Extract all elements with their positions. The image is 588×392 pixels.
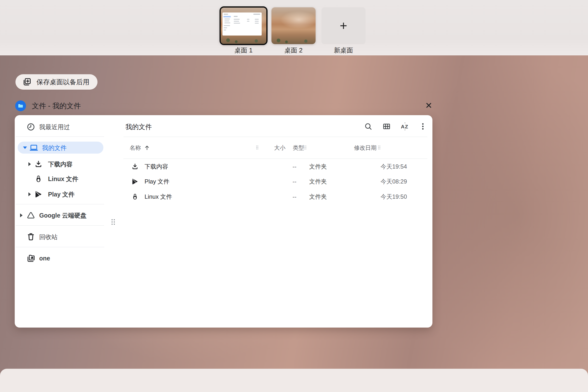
sidebar-divider — [16, 136, 104, 137]
close-icon — [425, 102, 433, 109]
desk-1-mini-window — [222, 12, 262, 36]
save-desk-button-label: 保存桌面以备后用 — [36, 78, 90, 86]
file-row-play-files[interactable]: Play 文件 -- 文件夹 今天08:29 — [124, 175, 427, 188]
file-size: -- — [272, 163, 296, 170]
sidebar-item-one[interactable]: one — [15, 252, 106, 264]
sidebar-item-label: Google 云端硬盘 — [39, 212, 86, 220]
sidebar-item-linux-files[interactable]: Linux 文件 — [15, 173, 106, 185]
column-header-name[interactable]: 名称 — [130, 144, 141, 152]
file-name: 下载内容 — [144, 163, 168, 170]
column-header-size[interactable]: 大小 — [261, 144, 286, 152]
svg-text:A: A — [401, 124, 404, 129]
file-size: -- — [272, 193, 296, 200]
trash-icon — [26, 232, 35, 241]
file-name: Play 文件 — [144, 178, 169, 186]
desk-2-wallpaper — [272, 7, 316, 44]
desk-1-thumbnail[interactable] — [220, 6, 268, 45]
files-app-icon — [15, 100, 26, 111]
sidebar-item-label: 下载内容 — [48, 160, 72, 168]
sidebar-item-label: one — [39, 255, 50, 262]
sidebar-item-label: 回收站 — [39, 233, 58, 241]
file-type: 文件夹 — [309, 193, 327, 201]
file-type: 文件夹 — [309, 178, 327, 186]
file-date: 今天19:54 — [380, 163, 407, 170]
sidebar-item-play-files[interactable]: Play 文件 — [15, 188, 106, 200]
play-icon — [131, 178, 139, 185]
caret-right-icon[interactable] — [28, 162, 31, 166]
shared-folder-icon — [26, 254, 35, 263]
desk-1-label[interactable]: 桌面 1 — [220, 46, 268, 54]
save-desk-icon — [22, 78, 32, 87]
new-desk-label[interactable]: 新桌面 — [322, 46, 366, 54]
clock-icon — [26, 122, 35, 131]
file-date: 今天19:50 — [380, 193, 407, 201]
file-row-linux-files[interactable]: Linux 文件 -- 文件夹 今天19:50 — [124, 190, 427, 203]
sidebar-resize-handle[interactable] — [111, 218, 116, 226]
sort-ascending-icon — [144, 144, 150, 151]
grid-view-button[interactable] — [381, 121, 392, 132]
caret-right-icon[interactable] — [28, 192, 31, 196]
sort-button[interactable]: A Z — [399, 121, 410, 132]
desks-bar: 桌面 1 桌面 2 + 新桌面 — [0, 0, 588, 55]
header-divider — [124, 137, 427, 137]
save-desk-button[interactable]: 保存桌面以备后用 — [16, 74, 98, 90]
desk-2-label[interactable]: 桌面 2 — [272, 46, 316, 54]
more-options-button[interactable] — [418, 121, 428, 132]
sidebar-item-recent[interactable]: 我最近用过 — [15, 121, 106, 133]
more-icon — [419, 122, 427, 130]
table-divider — [124, 158, 427, 159]
download-icon — [34, 160, 43, 168]
laptop-icon — [30, 143, 38, 152]
sidebar-item-trash[interactable]: 回收站 — [15, 231, 106, 243]
penguin-icon — [34, 175, 43, 183]
plus-icon: + — [340, 19, 347, 32]
sidebar-item-label: Play 文件 — [48, 190, 74, 198]
screen: 桌面 1 桌面 2 + 新桌面 保存桌面以备后用 文件 - 我的文件 — [0, 0, 588, 392]
grid-view-icon — [382, 122, 391, 130]
svg-text:Z: Z — [405, 124, 408, 129]
files-window: 我最近用过 我的文件 下载内容 — [15, 115, 432, 328]
sidebar-item-downloads[interactable]: 下载内容 — [15, 158, 106, 170]
column-header-type[interactable]: 类型 — [293, 144, 304, 152]
sidebar-item-google-drive[interactable]: Google 云端硬盘 — [15, 210, 106, 221]
search-button[interactable] — [363, 121, 374, 132]
play-icon — [34, 190, 43, 198]
sort-az-icon: A Z — [400, 122, 410, 131]
sidebar-item-my-files[interactable]: 我的文件 — [18, 142, 104, 154]
caret-down-icon[interactable] — [23, 146, 27, 149]
new-desk-button[interactable]: + — [322, 7, 366, 44]
caret-right-icon[interactable] — [20, 214, 22, 217]
close-window-button[interactable] — [423, 100, 434, 111]
file-row-downloads[interactable]: 下载内容 -- 文件夹 今天19:54 — [124, 160, 427, 173]
current-folder-heading: 我的文件 — [126, 122, 152, 131]
sidebar-item-label: 我最近用过 — [39, 123, 70, 131]
column-resize-handle[interactable] — [304, 145, 307, 150]
sidebar-divider — [16, 204, 104, 204]
sidebar-item-label: 我的文件 — [42, 144, 67, 152]
sidebar-item-label: Linux 文件 — [48, 175, 78, 183]
file-name: Linux 文件 — [144, 193, 172, 201]
desk-2-thumbnail[interactable] — [272, 7, 316, 44]
window-title: 文件 - 我的文件 — [32, 100, 81, 111]
sidebar-divider — [16, 226, 104, 226]
penguin-icon — [131, 193, 139, 200]
file-date: 今天08:29 — [380, 178, 407, 186]
file-size: -- — [272, 178, 296, 185]
column-resize-handle[interactable] — [256, 145, 259, 150]
file-type: 文件夹 — [309, 163, 327, 170]
shelf: 拼 2月2日 19:55 1 — [0, 369, 588, 392]
drive-icon — [26, 211, 35, 220]
search-icon — [364, 122, 372, 130]
sidebar-divider — [16, 247, 104, 247]
download-icon — [131, 163, 139, 170]
column-resize-handle[interactable] — [378, 145, 381, 150]
column-header-date[interactable]: 修改日期 — [328, 144, 376, 152]
